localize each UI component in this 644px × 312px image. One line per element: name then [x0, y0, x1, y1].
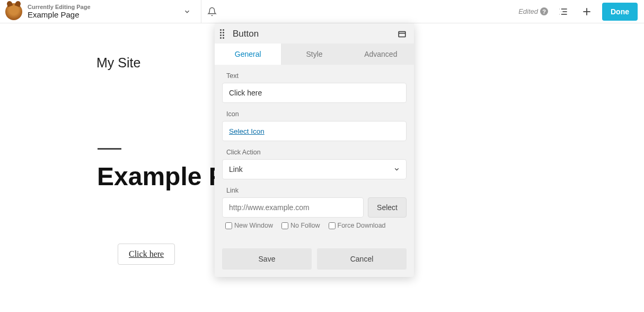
field-click-action: Click Action Link	[222, 149, 407, 179]
link-label: Link	[226, 187, 407, 194]
title-block[interactable]: Currently Editing Page Example Page	[28, 4, 91, 20]
cancel-button[interactable]: Cancel	[317, 248, 407, 270]
tab-style[interactable]: Style	[281, 44, 347, 65]
page-name: Example Page	[28, 10, 91, 19]
top-bar: Currently Editing Page Example Page Edit…	[0, 0, 644, 23]
field-link: Link Select New Window No Follow Force D…	[222, 187, 407, 229]
click-action-select[interactable]: Link	[222, 159, 407, 179]
link-input[interactable]	[222, 197, 364, 218]
done-button[interactable]: Done	[602, 3, 638, 21]
preview-button[interactable]: Click here	[118, 244, 175, 265]
field-icon: Icon Select Icon	[222, 110, 407, 141]
save-button[interactable]: Save	[222, 248, 312, 270]
tab-advanced[interactable]: Advanced	[348, 44, 414, 65]
panel-body: Text Icon Select Icon Click Action Link	[215, 65, 414, 241]
drag-handle-icon[interactable]	[220, 29, 227, 39]
text-label: Text	[226, 72, 407, 80]
page-heading: Example P	[97, 162, 226, 191]
panel-title: Button	[233, 29, 259, 39]
outline-icon[interactable]	[555, 4, 571, 20]
settings-panel: Button General Style Advanced Text Icon …	[215, 23, 414, 277]
edited-status: Edited ?	[518, 7, 548, 15]
site-title: My Site	[96, 55, 140, 71]
panel-header[interactable]: Button	[215, 23, 414, 44]
link-options: New Window No Follow Force Download	[225, 222, 407, 229]
panel-window-icon[interactable]	[397, 30, 407, 38]
top-bar-right: Edited ? Done	[518, 3, 638, 21]
top-bar-left: Currently Editing Page Example Page	[3, 0, 201, 23]
beaver-logo-icon	[5, 3, 22, 20]
help-icon[interactable]: ?	[540, 7, 548, 15]
title-chevron-down-icon[interactable]	[180, 5, 194, 19]
new-window-checkbox[interactable]: New Window	[225, 222, 273, 229]
panel-tabs: General Style Advanced	[215, 44, 414, 65]
no-follow-checkbox[interactable]: No Follow	[281, 222, 320, 229]
edited-label: Edited	[518, 7, 538, 15]
heading-divider	[98, 148, 121, 150]
icon-label: Icon	[226, 110, 407, 118]
link-select-button[interactable]: Select	[368, 197, 407, 218]
panel-footer: Save Cancel	[215, 241, 414, 277]
editing-label: Currently Editing Page	[28, 4, 91, 11]
field-text: Text	[222, 72, 407, 103]
force-download-checkbox[interactable]: Force Download	[329, 222, 386, 229]
page-canvas: My Site Example P Click here Button Gene…	[0, 23, 644, 312]
icon-field-box: Select Icon	[222, 121, 407, 141]
click-action-label: Click Action	[226, 149, 407, 156]
notifications-bell-icon[interactable]	[201, 0, 223, 23]
tab-general[interactable]: General	[215, 44, 281, 65]
select-icon-link[interactable]: Select Icon	[229, 127, 264, 135]
svg-rect-8	[399, 31, 405, 37]
text-input[interactable]	[222, 83, 407, 103]
add-plus-icon[interactable]	[579, 4, 595, 20]
